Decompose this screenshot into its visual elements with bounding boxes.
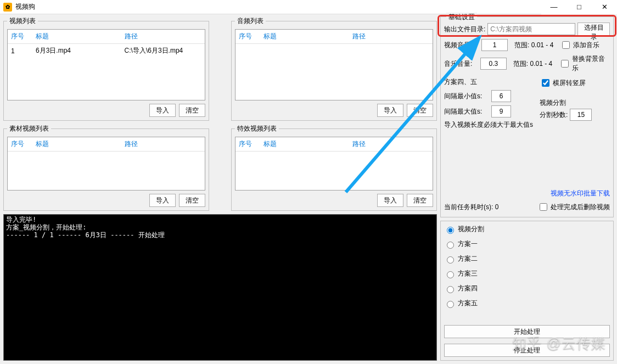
delete-after-label: 处理完成后删除视频 (551, 203, 610, 212)
material-list-legend: 素材视频列表 (7, 124, 51, 133)
material-list-table: 序号 标题 路径 (8, 137, 205, 152)
effect-list-table-wrap[interactable]: 序号 标题 路径 (235, 137, 433, 191)
col-path[interactable]: 路径 (349, 137, 433, 152)
choose-dir-button[interactable]: 选择目录 (577, 23, 610, 36)
plan1-option[interactable]: 方案一 (444, 239, 610, 249)
audio-list-legend: 音频列表 (235, 16, 266, 26)
plan5-label: 方案五 (458, 299, 478, 308)
log-console[interactable]: 导入完毕! 方案_视频分割，开始处理: ------ 1 / 1 ------ … (3, 214, 437, 361)
material-list-group: 素材视频列表 序号 标题 路径 导入 (3, 124, 209, 211)
effect-list-group: 特效视频列表 序号 标题 路径 导入 (231, 124, 437, 211)
col-title[interactable]: 标题 (32, 30, 121, 44)
audio-clear-button[interactable]: 清空 (407, 104, 433, 117)
cell-path: C:\导入\6月3日.mp4 (121, 44, 205, 58)
task-time-value: 0 (495, 203, 499, 211)
app-icon: ✿ (3, 3, 12, 12)
table-row[interactable]: 1 6月3日.mp4 C:\导入\6月3日.mp4 (8, 44, 205, 58)
replace-bgm-checkbox[interactable] (561, 60, 568, 68)
output-dir-input[interactable] (487, 23, 575, 35)
titlebar: ✿ 视频狗 — □ ✕ (0, 0, 617, 14)
plan-radio-group: 视频分割 方案一 方案二 方案三 方案四 方案五 开始处理 停止处理 (440, 221, 614, 361)
replace-bgm-label: 替换背景音乐 (572, 54, 610, 73)
close-button[interactable]: ✕ (592, 0, 617, 14)
plan2-label: 方案二 (458, 254, 478, 264)
music-vol-input[interactable] (480, 58, 507, 70)
output-dir-label: 输出文件目录: (444, 25, 485, 34)
audio-import-button[interactable]: 导入 (377, 104, 403, 117)
plan3-option[interactable]: 方案三 (444, 269, 610, 278)
plan5-option[interactable]: 方案五 (444, 299, 610, 308)
col-title[interactable]: 标题 (260, 137, 349, 152)
effect-list-legend: 特效视频列表 (235, 124, 279, 133)
video-vol-label: 视频音量: (444, 41, 479, 50)
video-vol-range: 范围: 0.01 - 4 (514, 41, 553, 50)
material-clear-button[interactable]: 清空 (179, 194, 205, 207)
effect-list-table: 序号 标题 路径 (235, 137, 433, 152)
plan2-option[interactable]: 方案二 (444, 254, 610, 264)
landscape-to-portrait-checkbox[interactable] (542, 79, 549, 87)
audio-list-table-wrap[interactable]: 序号 标题 路径 (235, 29, 433, 100)
video-list-group: 视频列表 序号 标题 路径 1 (3, 16, 209, 121)
effect-clear-button[interactable]: 清空 (407, 194, 433, 207)
col-seq[interactable]: 序号 (235, 137, 260, 152)
interval-max-input[interactable] (491, 105, 511, 117)
plan45-label: 方案四、五 (444, 77, 477, 87)
video-clear-button[interactable]: 清空 (179, 104, 205, 117)
interval-min-label: 间隔最小值s: (444, 92, 489, 101)
minimize-button[interactable]: — (541, 0, 566, 14)
col-title[interactable]: 标题 (32, 137, 121, 152)
maximize-button[interactable]: □ (566, 0, 592, 14)
cell-seq: 1 (8, 44, 32, 58)
effect-import-button[interactable]: 导入 (377, 194, 403, 207)
col-path[interactable]: 路径 (121, 137, 205, 152)
material-import-button[interactable]: 导入 (149, 194, 176, 207)
col-path[interactable]: 路径 (121, 30, 205, 44)
settings-group: 基础设置 输出文件目录: 选择目录 视频音量: 范围: 0.01 - 4 添加音… (440, 16, 614, 217)
video-list-table: 序号 标题 路径 1 6月3日.mp4 C:\导入\6月3日.mp4 (8, 30, 205, 58)
split-seconds-input[interactable] (570, 109, 592, 121)
cell-title: 6月3日.mp4 (32, 44, 121, 58)
col-path[interactable]: 路径 (349, 30, 433, 44)
plan-split-radio[interactable] (447, 227, 454, 234)
import-length-note: 导入视频长度必须大于最大值s (444, 121, 535, 128)
start-process-button[interactable]: 开始处理 (444, 325, 610, 338)
plan-split-label: 视频分割 (458, 225, 484, 234)
video-list-table-wrap[interactable]: 序号 标题 路径 1 6月3日.mp4 C:\导入\6月3日.mp4 (7, 29, 205, 100)
no-watermark-link[interactable]: 视频无水印批量下载 (444, 189, 610, 198)
delete-after-checkbox[interactable] (540, 203, 547, 211)
music-vol-label: 音乐音量: (444, 59, 478, 69)
col-seq[interactable]: 序号 (8, 137, 32, 152)
col-title[interactable]: 标题 (260, 30, 349, 44)
col-seq[interactable]: 序号 (8, 30, 32, 44)
interval-max-label: 间隔最大值s: (444, 107, 489, 116)
app-title: 视频狗 (15, 2, 35, 12)
plan3-label: 方案三 (458, 269, 478, 278)
add-music-checkbox[interactable] (562, 41, 570, 49)
video-vol-input[interactable] (481, 39, 508, 51)
audio-list-group: 音频列表 序号 标题 路径 导入 (231, 16, 437, 121)
split-seconds-label: 分割秒数: (540, 110, 568, 120)
landscape-to-portrait-label: 横屏转竖屏 (553, 79, 586, 88)
audio-list-table: 序号 标题 路径 (235, 30, 433, 44)
video-list-legend: 视频列表 (7, 16, 38, 26)
plan4-option[interactable]: 方案四 (444, 284, 610, 293)
plan3-radio[interactable] (447, 271, 454, 278)
music-vol-range: 范围: 0.01 - 4 (513, 59, 552, 69)
add-music-label: 添加音乐 (573, 41, 599, 50)
interval-min-input[interactable] (491, 90, 511, 102)
settings-legend: 基础设置 (446, 13, 477, 22)
video-import-button[interactable]: 导入 (149, 104, 176, 117)
plan1-radio[interactable] (447, 242, 454, 249)
stop-process-button[interactable]: 停止处理 (444, 344, 610, 357)
plan1-label: 方案一 (458, 239, 478, 249)
col-seq[interactable]: 序号 (235, 30, 260, 44)
video-split-title: 视频分割 (540, 98, 566, 108)
plan-split-option[interactable]: 视频分割 (444, 225, 610, 234)
plan4-radio[interactable] (447, 286, 454, 293)
task-time-label: 当前任务耗时(s): (444, 203, 493, 211)
plan5-radio[interactable] (447, 301, 454, 308)
plan2-radio[interactable] (447, 256, 454, 264)
material-list-table-wrap[interactable]: 序号 标题 路径 (7, 137, 205, 191)
plan4-label: 方案四 (458, 284, 478, 293)
